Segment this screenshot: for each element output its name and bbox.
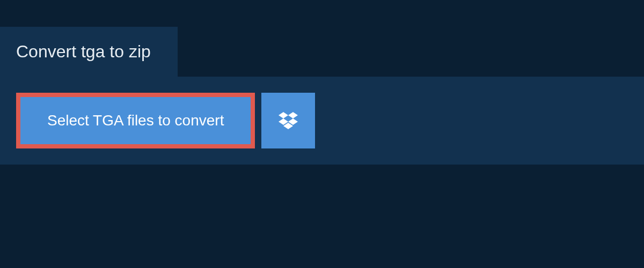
tab-header: Convert tga to zip [0, 27, 178, 77]
select-files-label: Select TGA files to convert [47, 112, 224, 129]
content-panel: Select TGA files to convert [0, 77, 644, 165]
select-files-button[interactable]: Select TGA files to convert [16, 93, 255, 148]
page-title: Convert tga to zip [16, 42, 151, 62]
dropbox-icon [279, 112, 298, 129]
dropbox-button[interactable] [261, 93, 315, 148]
button-row: Select TGA files to convert [16, 93, 628, 148]
